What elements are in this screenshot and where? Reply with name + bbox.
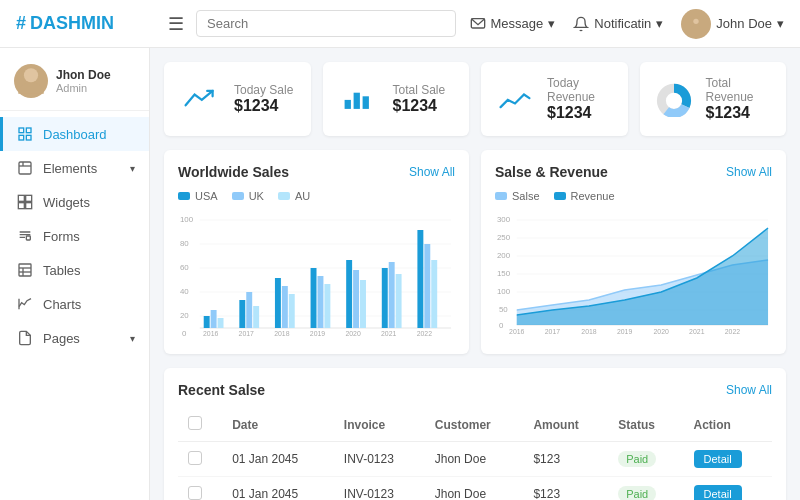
worldwide-sales-legend: USA UK AU [178,190,455,202]
total-revenue-icon [656,79,692,119]
row-cb-0[interactable] [188,451,202,465]
sidebar-item-dashboard[interactable]: Dashboard [0,117,149,151]
legend-uk: UK [232,190,264,202]
svg-rect-54 [389,262,395,328]
stat-value-today-revenue: $1234 [547,104,612,122]
topnav: # DASHMIN ☰ Message ▾ Notificatin ▾ John… [0,0,800,48]
sidebar-item-charts[interactable]: Charts [0,287,149,321]
svg-text:0: 0 [182,329,187,338]
row-cb-1[interactable] [188,486,202,500]
svg-rect-7 [19,162,31,174]
stat-info-today-revenue: Today Revenue $1234 [547,76,612,122]
sales-revenue-show-all[interactable]: Show All [726,165,772,179]
row-checkbox-1 [178,477,222,501]
user-menu[interactable]: John Doe ▾ [681,9,784,39]
notification-label: Notificatin [594,16,651,31]
message-label: Message [491,16,544,31]
svg-text:2018: 2018 [274,330,290,337]
recent-sales-show-all[interactable]: Show All [726,383,772,397]
pages-icon [17,330,33,346]
svg-rect-51 [353,270,359,328]
svg-rect-52 [360,280,366,328]
svg-rect-38 [204,316,210,328]
brand-name: DASHMIN [30,13,114,34]
sidebar-item-tables[interactable]: Tables [0,253,149,287]
sidebar-item-elements[interactable]: Elements ▾ [0,151,149,185]
table-body: 01 Jan 2045 INV-0123 Jhon Doe $123 Paid … [178,442,772,501]
legend-sales-label: Salse [512,190,540,202]
svg-rect-44 [275,278,281,328]
svg-rect-10 [18,195,24,201]
today-sale-icon [180,79,220,119]
svg-text:2017: 2017 [545,328,561,335]
stat-info-total-revenue: Total Revenue $1234 [706,76,771,122]
svg-text:2021: 2021 [689,328,705,335]
legend-uk-dot [232,192,244,200]
svg-text:2017: 2017 [239,330,255,337]
pages-arrow-icon: ▾ [130,333,135,344]
sidebar-item-pages[interactable]: Pages ▾ [0,321,149,355]
stat-label-total-sale: Total Sale [393,83,446,97]
legend-au: AU [278,190,310,202]
sidebar-avatar [14,64,48,98]
svg-text:2016: 2016 [203,330,219,337]
svg-rect-56 [417,230,423,328]
row-action-0: Detail [684,442,772,477]
row-action-1: Detail [684,477,772,501]
stat-cards: Today Sale $1234 Total Sale $1234 [164,62,786,136]
charts-icon [17,296,33,312]
svg-text:300: 300 [497,215,511,224]
header-checkbox[interactable] [188,416,202,430]
svg-point-2 [24,68,38,82]
row-checkbox-0 [178,442,222,477]
sales-revenue-title: Salse & Revenue [495,164,608,180]
svg-rect-40 [218,318,224,328]
svg-rect-43 [253,306,259,328]
widgets-icon [17,194,33,210]
svg-rect-21 [353,93,359,109]
stat-info-today-sale: Today Sale $1234 [234,83,293,115]
main-content: Today Sale $1234 Total Sale $1234 [150,48,800,500]
charts-row: Worldwide Sales Show All USA UK AU 100 8… [164,150,786,354]
legend-uk-label: UK [249,190,264,202]
svg-rect-50 [346,260,352,328]
legend-au-label: AU [295,190,310,202]
svg-rect-46 [289,294,295,328]
sidebar: Jhon Doe Admin Dashboard Elements ▾ Widg… [0,48,150,500]
detail-button-0[interactable]: Detail [694,450,742,468]
legend-revenue: Revenue [554,190,615,202]
line-chart-icon [497,81,533,117]
sales-revenue-card: Salse & Revenue Show All Salse Revenue 3… [481,150,786,354]
svg-text:200: 200 [497,251,511,260]
col-invoice: Invoice [334,408,425,442]
svg-rect-47 [311,268,317,328]
svg-rect-42 [246,292,252,328]
notification-menu[interactable]: Notificatin ▾ [573,16,663,32]
col-date: Date [222,408,334,442]
bar-chart-svg: 100 80 60 40 20 0 [178,210,455,340]
bell-icon [573,16,589,32]
svg-text:2020: 2020 [345,330,361,337]
hamburger-icon[interactable]: ☰ [168,13,184,35]
sidebar-item-forms[interactable]: Forms [0,219,149,253]
sidebar-nav: Dashboard Elements ▾ Widgets Forms Table… [0,117,149,355]
table-row: 01 Jan 2045 INV-0123 Jhon Doe $123 Paid … [178,442,772,477]
search-input[interactable] [196,10,456,37]
sidebar-item-widgets[interactable]: Widgets [0,185,149,219]
row-status-0: Paid [608,442,683,477]
total-sale-icon [339,79,379,119]
svg-rect-5 [19,135,24,140]
col-customer: Customer [425,408,524,442]
worldwide-sales-show-all[interactable]: Show All [409,165,455,179]
recent-sales-table: Date Invoice Customer Amount Status Acti… [178,408,772,500]
sidebar-label-elements: Elements [43,161,97,176]
legend-usa-dot [178,192,190,200]
svg-rect-55 [396,274,402,328]
svg-rect-3 [19,128,24,133]
stat-info-total-sale: Total Sale $1234 [393,83,446,115]
message-menu[interactable]: Message ▾ [470,16,556,32]
notification-chevron: ▾ [656,16,663,31]
detail-button-1[interactable]: Detail [694,485,742,500]
brand-logo[interactable]: # DASHMIN [16,13,156,34]
legend-usa: USA [178,190,218,202]
